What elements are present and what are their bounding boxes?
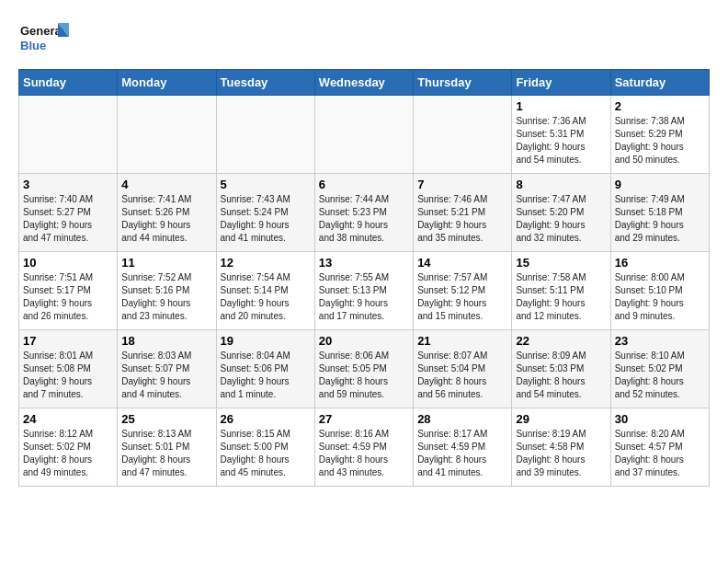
day-cell: 27Sunrise: 8:16 AM Sunset: 4:59 PM Dayli… (314, 408, 413, 487)
day-number: 29 (516, 412, 606, 426)
day-info: Sunrise: 8:20 AM Sunset: 4:57 PM Dayligh… (615, 428, 705, 479)
day-header-thursday: Thursday (414, 70, 512, 96)
day-number: 1 (516, 99, 606, 113)
day-info: Sunrise: 7:51 AM Sunset: 5:17 PM Dayligh… (23, 271, 113, 323)
day-number: 17 (23, 334, 113, 348)
day-cell: 13Sunrise: 7:55 AM Sunset: 5:13 PM Dayli… (314, 252, 413, 330)
day-number: 25 (121, 412, 211, 426)
day-number: 11 (121, 256, 211, 270)
day-cell: 21Sunrise: 8:07 AM Sunset: 5:04 PM Dayli… (414, 330, 512, 408)
day-cell: 3Sunrise: 7:40 AM Sunset: 5:27 PM Daylig… (19, 174, 118, 252)
day-number: 14 (417, 256, 507, 270)
day-cell: 19Sunrise: 8:04 AM Sunset: 5:06 PM Dayli… (216, 330, 314, 408)
calendar-table: SundayMondayTuesdayWednesdayThursdayFrid… (18, 69, 710, 487)
day-cell: 10Sunrise: 7:51 AM Sunset: 5:17 PM Dayli… (19, 252, 118, 330)
day-number: 22 (516, 334, 606, 348)
day-number: 28 (417, 412, 507, 426)
day-info: Sunrise: 7:41 AM Sunset: 5:26 PM Dayligh… (121, 193, 211, 245)
day-cell: 14Sunrise: 7:57 AM Sunset: 5:12 PM Dayli… (414, 252, 512, 330)
day-header-wednesday: Wednesday (314, 70, 413, 96)
day-number: 24 (23, 412, 113, 426)
day-cell: 6Sunrise: 7:44 AM Sunset: 5:23 PM Daylig… (314, 174, 413, 252)
day-number: 4 (121, 178, 211, 191)
day-info: Sunrise: 8:03 AM Sunset: 5:07 PM Dayligh… (121, 350, 211, 401)
week-row-1: 1Sunrise: 7:36 AM Sunset: 5:31 PM Daylig… (19, 96, 710, 174)
day-number: 2 (615, 99, 705, 113)
day-number: 23 (615, 334, 705, 348)
day-header-tuesday: Tuesday (216, 70, 314, 96)
day-number: 8 (516, 178, 606, 191)
day-info: Sunrise: 7:55 AM Sunset: 5:13 PM Dayligh… (319, 271, 409, 323)
day-number: 21 (417, 334, 507, 348)
day-cell (314, 96, 413, 174)
day-number: 7 (417, 178, 507, 191)
day-info: Sunrise: 7:54 AM Sunset: 5:14 PM Dayligh… (221, 271, 311, 323)
day-info: Sunrise: 8:00 AM Sunset: 5:10 PM Dayligh… (615, 271, 705, 323)
day-info: Sunrise: 8:04 AM Sunset: 5:06 PM Dayligh… (221, 350, 311, 401)
day-info: Sunrise: 8:01 AM Sunset: 5:08 PM Dayligh… (23, 350, 113, 401)
day-number: 19 (221, 334, 311, 348)
day-info: Sunrise: 7:57 AM Sunset: 5:12 PM Dayligh… (417, 271, 507, 323)
day-info: Sunrise: 8:16 AM Sunset: 4:59 PM Dayligh… (319, 428, 409, 479)
day-number: 27 (319, 412, 409, 426)
day-number: 30 (615, 412, 705, 426)
day-cell: 23Sunrise: 8:10 AM Sunset: 5:02 PM Dayli… (610, 330, 709, 408)
week-row-2: 3Sunrise: 7:40 AM Sunset: 5:27 PM Daylig… (19, 174, 710, 252)
day-number: 18 (121, 334, 211, 348)
day-info: Sunrise: 7:44 AM Sunset: 5:23 PM Dayligh… (319, 193, 409, 245)
logo: General Blue (18, 18, 69, 60)
day-info: Sunrise: 7:46 AM Sunset: 5:21 PM Dayligh… (417, 193, 507, 245)
day-number: 6 (319, 178, 409, 191)
day-header-sunday: Sunday (19, 70, 118, 96)
day-number: 13 (319, 256, 409, 270)
day-cell: 25Sunrise: 8:13 AM Sunset: 5:01 PM Dayli… (118, 408, 216, 487)
day-info: Sunrise: 8:13 AM Sunset: 5:01 PM Dayligh… (121, 428, 211, 479)
day-number: 16 (615, 256, 705, 270)
day-cell: 1Sunrise: 7:36 AM Sunset: 5:31 PM Daylig… (512, 96, 610, 174)
day-info: Sunrise: 8:19 AM Sunset: 4:58 PM Dayligh… (516, 428, 606, 479)
svg-text:Blue: Blue (20, 39, 46, 52)
day-cell: 16Sunrise: 8:00 AM Sunset: 5:10 PM Dayli… (610, 252, 709, 330)
day-number: 15 (516, 256, 606, 270)
day-header-saturday: Saturday (610, 70, 709, 96)
day-cell: 5Sunrise: 7:43 AM Sunset: 5:24 PM Daylig… (216, 174, 314, 252)
day-cell: 7Sunrise: 7:46 AM Sunset: 5:21 PM Daylig… (414, 174, 512, 252)
day-info: Sunrise: 8:10 AM Sunset: 5:02 PM Dayligh… (615, 350, 705, 401)
day-cell: 2Sunrise: 7:38 AM Sunset: 5:29 PM Daylig… (610, 96, 709, 174)
day-info: Sunrise: 7:49 AM Sunset: 5:18 PM Dayligh… (615, 193, 705, 245)
day-number: 20 (319, 334, 409, 348)
day-info: Sunrise: 7:58 AM Sunset: 5:11 PM Dayligh… (516, 271, 606, 323)
day-cell: 20Sunrise: 8:06 AM Sunset: 5:05 PM Dayli… (314, 330, 413, 408)
day-info: Sunrise: 7:52 AM Sunset: 5:16 PM Dayligh… (121, 271, 211, 323)
day-cell: 15Sunrise: 7:58 AM Sunset: 5:11 PM Dayli… (512, 252, 610, 330)
day-info: Sunrise: 8:12 AM Sunset: 5:02 PM Dayligh… (23, 428, 113, 479)
day-header-monday: Monday (118, 70, 216, 96)
week-row-5: 24Sunrise: 8:12 AM Sunset: 5:02 PM Dayli… (19, 408, 710, 487)
day-number: 3 (23, 178, 113, 191)
day-info: Sunrise: 8:09 AM Sunset: 5:03 PM Dayligh… (516, 350, 606, 401)
logo-svg: General Blue (18, 18, 69, 60)
day-cell: 12Sunrise: 7:54 AM Sunset: 5:14 PM Dayli… (216, 252, 314, 330)
day-cell: 26Sunrise: 8:15 AM Sunset: 5:00 PM Dayli… (216, 408, 314, 487)
calendar-header-row: SundayMondayTuesdayWednesdayThursdayFrid… (19, 70, 710, 96)
day-info: Sunrise: 8:17 AM Sunset: 4:59 PM Dayligh… (417, 428, 507, 479)
day-info: Sunrise: 7:47 AM Sunset: 5:20 PM Dayligh… (516, 193, 606, 245)
day-number: 12 (221, 256, 311, 270)
day-number: 5 (221, 178, 311, 191)
day-cell: 18Sunrise: 8:03 AM Sunset: 5:07 PM Dayli… (118, 330, 216, 408)
day-info: Sunrise: 8:06 AM Sunset: 5:05 PM Dayligh… (319, 350, 409, 401)
day-cell: 24Sunrise: 8:12 AM Sunset: 5:02 PM Dayli… (19, 408, 118, 487)
day-cell: 28Sunrise: 8:17 AM Sunset: 4:59 PM Dayli… (414, 408, 512, 487)
day-cell: 9Sunrise: 7:49 AM Sunset: 5:18 PM Daylig… (610, 174, 709, 252)
day-cell: 29Sunrise: 8:19 AM Sunset: 4:58 PM Dayli… (512, 408, 610, 487)
day-info: Sunrise: 8:15 AM Sunset: 5:00 PM Dayligh… (221, 428, 311, 479)
day-info: Sunrise: 7:43 AM Sunset: 5:24 PM Dayligh… (221, 193, 311, 245)
day-cell: 22Sunrise: 8:09 AM Sunset: 5:03 PM Dayli… (512, 330, 610, 408)
header: General Blue (18, 18, 710, 60)
day-header-friday: Friday (512, 70, 610, 96)
week-row-4: 17Sunrise: 8:01 AM Sunset: 5:08 PM Dayli… (19, 330, 710, 408)
day-info: Sunrise: 7:40 AM Sunset: 5:27 PM Dayligh… (23, 193, 113, 245)
day-number: 9 (615, 178, 705, 191)
day-number: 10 (23, 256, 113, 270)
day-cell: 17Sunrise: 8:01 AM Sunset: 5:08 PM Dayli… (19, 330, 118, 408)
